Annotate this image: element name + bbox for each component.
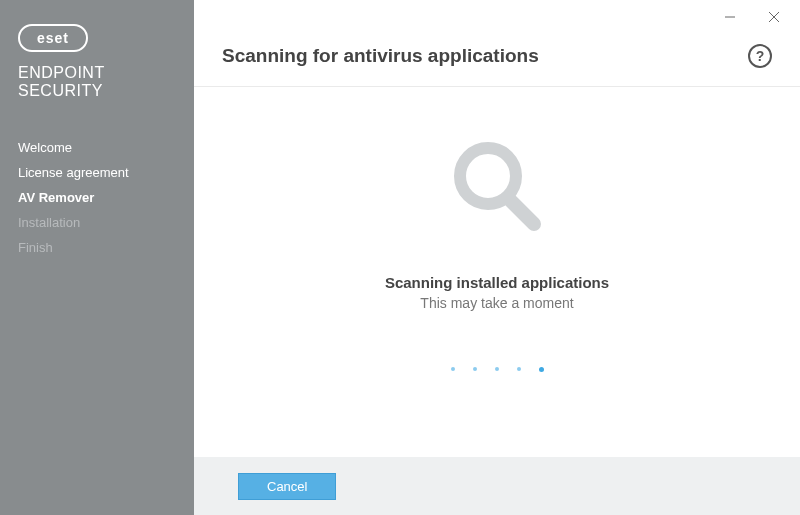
help-icon: ? bbox=[756, 48, 765, 64]
page-title: Scanning for antivirus applications bbox=[222, 45, 539, 67]
progress-dots bbox=[451, 367, 544, 372]
brand-line2: SECURITY bbox=[18, 82, 194, 100]
window-titlebar bbox=[194, 0, 800, 34]
svg-text:eset: eset bbox=[37, 30, 69, 46]
close-button[interactable] bbox=[754, 3, 794, 31]
magnifier-icon bbox=[442, 132, 552, 246]
sidebar: eset ENDPOINT SECURITY Welcome License a… bbox=[0, 0, 194, 515]
brand-line1: ENDPOINT bbox=[18, 64, 194, 82]
eset-logo-icon: eset bbox=[18, 24, 88, 52]
install-steps: Welcome License agreement AV Remover Ins… bbox=[18, 135, 194, 260]
cancel-button[interactable]: Cancel bbox=[238, 473, 336, 500]
brand-logo: eset ENDPOINT SECURITY bbox=[18, 24, 194, 99]
status-secondary: This may take a moment bbox=[420, 295, 573, 311]
sidebar-item-finish: Finish bbox=[18, 235, 194, 260]
close-icon bbox=[768, 11, 780, 23]
sidebar-item-av-remover: AV Remover bbox=[18, 185, 194, 210]
progress-dot bbox=[495, 367, 499, 371]
help-button[interactable]: ? bbox=[748, 44, 772, 68]
content-area: Scanning installed applications This may… bbox=[194, 87, 800, 457]
sidebar-item-installation: Installation bbox=[18, 210, 194, 235]
sidebar-item-license: License agreement bbox=[18, 160, 194, 185]
minimize-icon bbox=[724, 11, 736, 23]
page-header: Scanning for antivirus applications ? bbox=[194, 34, 800, 87]
progress-dot bbox=[517, 367, 521, 371]
footer-bar: Cancel bbox=[194, 457, 800, 515]
progress-dot bbox=[473, 367, 477, 371]
status-primary: Scanning installed applications bbox=[385, 274, 609, 291]
svg-line-6 bbox=[508, 198, 534, 224]
main-panel: Scanning for antivirus applications ? Sc… bbox=[194, 0, 800, 515]
progress-dot bbox=[451, 367, 455, 371]
sidebar-item-welcome: Welcome bbox=[18, 135, 194, 160]
minimize-button[interactable] bbox=[710, 3, 750, 31]
progress-dot bbox=[539, 367, 544, 372]
